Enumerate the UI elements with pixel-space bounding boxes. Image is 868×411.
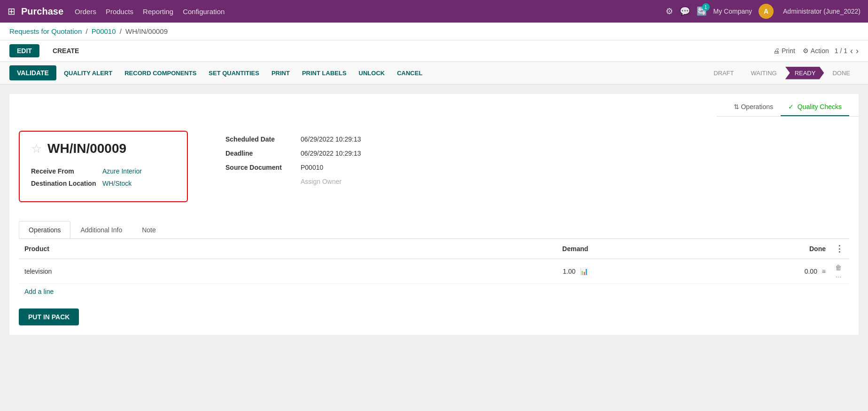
card-tab-quality[interactable]: ✓ Quality Checks	[781, 98, 849, 116]
action-link[interactable]: ⚙ Action	[803, 47, 829, 55]
print-label: Print	[782, 47, 795, 55]
nav-configuration[interactable]: Configuration	[183, 8, 225, 16]
form-right: Scheduled Date 06/29/2022 10:29:13 Deadl…	[225, 131, 849, 202]
top-navigation: ⊞ Purchase Orders Products Reporting Con…	[0, 0, 868, 23]
workflow-bar: VALIDATE QUALITY ALERT RECORD COMPONENTS…	[0, 62, 868, 85]
demand-cell: 1.00 📊	[318, 259, 592, 284]
nav-orders[interactable]: Orders	[75, 8, 96, 16]
pagination-text: 1 / 1	[835, 47, 847, 55]
activity-badge: 1	[702, 3, 710, 11]
user-avatar[interactable]: A	[759, 4, 774, 19]
prev-button[interactable]: ‹	[850, 46, 853, 56]
right-fields: Scheduled Date 06/29/2022 10:29:13 Deadl…	[225, 131, 849, 185]
gear-icon: ⚙	[803, 47, 809, 55]
delete-icon[interactable]: 🗑	[835, 264, 842, 271]
action-bar: EDIT CREATE 🖨 Print ⚙ Action 1 / 1 ‹ ›	[0, 40, 868, 62]
form-card: ⇅ Operations ✓ Quality Checks ☆ WH/IN/00…	[9, 94, 859, 335]
main-content: ⇅ Operations ✓ Quality Checks ☆ WH/IN/00…	[0, 85, 868, 402]
card-tabs: ⇅ Operations ✓ Quality Checks	[717, 94, 859, 117]
product-col-header: Product	[19, 239, 318, 259]
unlock-button[interactable]: UNLOCK	[354, 66, 390, 80]
favorite-star-icon[interactable]: ☆	[31, 142, 42, 156]
tab-note[interactable]: Note	[132, 221, 166, 238]
breadcrumb-sep1: /	[85, 27, 87, 35]
receive-from-value[interactable]: Azure Interior	[102, 167, 142, 175]
action-label: Action	[811, 47, 829, 55]
breadcrumb-po[interactable]: P00010	[92, 27, 116, 35]
cancel-button[interactable]: CANCEL	[392, 66, 427, 80]
done-cell: 0.00 ≡	[592, 259, 829, 284]
row-actions: 🗑 …	[829, 259, 849, 284]
forecast-icon[interactable]: 📊	[580, 268, 588, 275]
scheduled-date-value[interactable]: 06/29/2022 10:29:13	[301, 135, 361, 143]
check-icon: ✓	[788, 103, 794, 111]
print-button[interactable]: PRINT	[267, 66, 294, 80]
detail-icon[interactable]: ≡	[822, 268, 826, 275]
tab-additional-info[interactable]: Additional Info	[70, 221, 132, 238]
deadline-value[interactable]: 06/29/2022 10:29:13	[301, 150, 361, 157]
receive-from-row: Receive From Azure Interior	[31, 167, 176, 175]
quality-alert-button[interactable]: QUALITY ALERT	[59, 66, 117, 80]
form-header: ☆ WH/IN/00009 Receive From Azure Interio…	[19, 126, 849, 212]
status-ready[interactable]: READY	[785, 67, 824, 79]
more-icon[interactable]: …	[835, 271, 842, 279]
content-tabs: Operations Additional Info Note	[19, 221, 849, 239]
table-row: television 1.00 📊 0.00 ≡ 🗑 …	[19, 259, 849, 284]
sort-icon: ⇅	[734, 103, 739, 111]
record-components-button[interactable]: RECORD COMPONENTS	[120, 66, 201, 80]
chat-icon[interactable]: 💬	[680, 6, 690, 16]
action-links: 🖨 Print ⚙ Action	[773, 47, 829, 55]
card-tab-quality-label: Quality Checks	[798, 103, 842, 111]
table-options-icon[interactable]: ⋮	[835, 244, 844, 253]
edit-button[interactable]: EDIT	[9, 44, 39, 57]
destination-value[interactable]: WH/Stock	[102, 180, 132, 187]
pagination: 1 / 1 ‹ ›	[835, 46, 859, 56]
operations-table: Product Demand Done ⋮ television 1.00 📊 …	[19, 239, 849, 284]
status-steps: DRAFT WAITING READY DONE	[705, 67, 859, 79]
deadline-row: Deadline 06/29/2022 10:29:13	[225, 150, 849, 157]
title-row: ☆ WH/IN/00009	[31, 141, 176, 156]
print-icon: 🖨	[773, 47, 780, 55]
company-name[interactable]: My Company	[713, 8, 752, 15]
nav-products[interactable]: Products	[106, 8, 133, 16]
scheduled-date-label: Scheduled Date	[225, 135, 301, 143]
put-in-pack-button[interactable]: PUT IN PACK	[19, 308, 79, 325]
scheduled-date-row: Scheduled Date 06/29/2022 10:29:13	[225, 135, 849, 143]
breadcrumb-rfq[interactable]: Requests for Quotation	[9, 27, 82, 35]
receive-from-label: Receive From	[31, 167, 97, 175]
create-button[interactable]: CREATE	[45, 44, 87, 57]
form-left: ☆ WH/IN/00009 Receive From Azure Interio…	[19, 131, 207, 202]
print-link[interactable]: 🖨 Print	[773, 47, 795, 55]
settings-icon[interactable]: ⚙	[666, 6, 673, 16]
app-name[interactable]: Purchase	[21, 6, 63, 17]
status-waiting[interactable]: WAITING	[743, 67, 785, 79]
user-name[interactable]: Administrator (June_2022)	[783, 8, 860, 15]
top-right-icons: ⚙ 💬 🔄 1 My Company A Administrator (June…	[666, 4, 860, 19]
app-grid-icon[interactable]: ⊞	[8, 6, 16, 17]
set-quantities-button[interactable]: SET QUANTITIES	[204, 66, 264, 80]
card-tab-operations-label: Operations	[741, 103, 773, 111]
status-draft[interactable]: DRAFT	[705, 67, 742, 79]
activity-icon[interactable]: 🔄 1	[697, 6, 707, 16]
source-doc-label: Source Document	[225, 164, 301, 171]
done-col-header: Done	[592, 239, 829, 259]
next-button[interactable]: ›	[856, 46, 859, 56]
source-doc-row: Source Document P00010	[225, 164, 849, 171]
destination-label: Destination Location	[31, 180, 97, 187]
assign-owner-placeholder[interactable]: Assign Owner	[301, 178, 341, 185]
validate-button[interactable]: VALIDATE	[9, 65, 56, 80]
record-number: WH/IN/00009	[47, 141, 126, 156]
record-title-box: ☆ WH/IN/00009 Receive From Azure Interio…	[19, 131, 188, 202]
print-labels-button[interactable]: PRINT LABELS	[297, 66, 351, 80]
demand-col-header: Demand	[318, 239, 592, 259]
nav-reporting[interactable]: Reporting	[143, 8, 173, 16]
nav-links: Orders Products Reporting Configuration	[75, 8, 665, 16]
source-doc-value[interactable]: P00010	[301, 164, 323, 171]
product-cell: television	[19, 259, 318, 284]
breadcrumb: Requests for Quotation / P00010 / WH/IN/…	[0, 23, 868, 40]
card-tab-operations[interactable]: ⇅ Operations	[726, 98, 781, 116]
status-done[interactable]: DONE	[824, 67, 859, 79]
add-line-link[interactable]: Add a line	[19, 284, 59, 299]
tab-operations[interactable]: Operations	[19, 221, 70, 238]
assign-owner-row: Assign Owner	[225, 178, 849, 185]
